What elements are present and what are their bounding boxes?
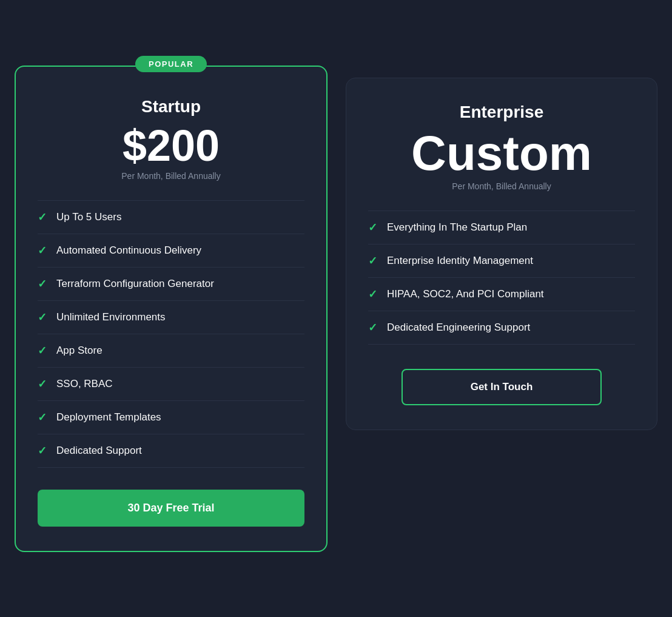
startup-feature-list: ✓ Up To 5 Users ✓ Automated Continuous D… <box>38 200 304 468</box>
feature-label: Enterprise Identity Management <box>387 255 533 267</box>
list-item: ✓ Enterprise Identity Management <box>368 244 635 278</box>
feature-label: HIPAA, SOC2, And PCI Compliant <box>387 288 544 300</box>
startup-title: Startup <box>38 97 304 116</box>
list-item: ✓ Dedicated Support <box>38 434 304 468</box>
feature-label: App Store <box>56 345 102 357</box>
check-icon: ✓ <box>368 288 377 301</box>
startup-billing: Per Month, Billed Annually <box>38 171 304 181</box>
check-icon: ✓ <box>368 254 377 268</box>
feature-label: Up To 5 Users <box>56 211 121 223</box>
list-item: ✓ Up To 5 Users <box>38 200 304 234</box>
feature-label: Automated Continuous Delivery <box>56 244 201 257</box>
check-icon: ✓ <box>38 444 47 457</box>
list-item: ✓ Unlimited Environments <box>38 301 304 334</box>
feature-label: SSO, RBAC <box>56 378 113 390</box>
feature-label: Terraform Configuration Generator <box>56 278 214 290</box>
check-icon: ✓ <box>38 244 47 257</box>
list-item: ✓ Terraform Configuration Generator <box>38 268 304 301</box>
feature-label: Deployment Templates <box>56 411 161 423</box>
startup-card: POPULAR Startup $200 Per Month, Billed A… <box>15 66 328 552</box>
check-icon: ✓ <box>38 211 47 224</box>
check-icon: ✓ <box>38 344 47 357</box>
trial-button[interactable]: 30 Day Free Trial <box>38 490 304 527</box>
list-item: ✓ App Store <box>38 334 304 368</box>
list-item: ✓ Deployment Templates <box>38 401 304 434</box>
enterprise-feature-list: ✓ Everything In The Startup Plan ✓ Enter… <box>368 211 635 345</box>
feature-label: Dedicated Engineering Support <box>387 322 530 334</box>
enterprise-price: Custom <box>368 129 635 178</box>
enterprise-billing: Per Month, Billed Annually <box>368 181 635 191</box>
pricing-container: POPULAR Startup $200 Per Month, Billed A… <box>15 66 657 552</box>
enterprise-title: Enterprise <box>368 103 635 122</box>
feature-label: Everything In The Startup Plan <box>387 221 527 234</box>
list-item: ✓ SSO, RBAC <box>38 368 304 401</box>
contact-button[interactable]: Get In Touch <box>402 369 602 405</box>
startup-price: $200 <box>38 124 304 167</box>
check-icon: ✓ <box>368 321 377 334</box>
enterprise-card: Enterprise Custom Per Month, Billed Annu… <box>346 78 657 430</box>
list-item: ✓ Automated Continuous Delivery <box>38 234 304 268</box>
feature-label: Dedicated Support <box>56 445 142 457</box>
list-item: ✓ Dedicated Engineering Support <box>368 311 635 345</box>
popular-badge: POPULAR <box>135 56 207 72</box>
check-icon: ✓ <box>38 277 47 291</box>
feature-label: Unlimited Environments <box>56 311 166 323</box>
check-icon: ✓ <box>38 411 47 424</box>
check-icon: ✓ <box>38 377 47 391</box>
check-icon: ✓ <box>368 221 377 234</box>
list-item: ✓ HIPAA, SOC2, And PCI Compliant <box>368 278 635 311</box>
check-icon: ✓ <box>38 311 47 324</box>
list-item: ✓ Everything In The Startup Plan <box>368 211 635 244</box>
